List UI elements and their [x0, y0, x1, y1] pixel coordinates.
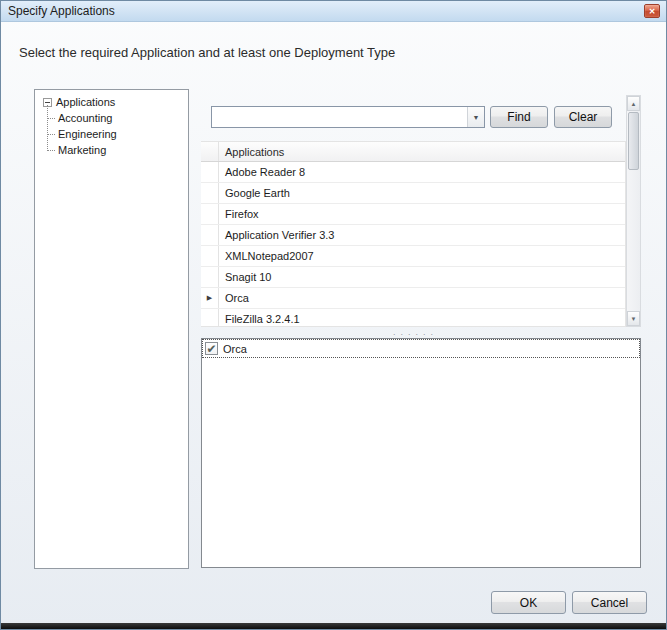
close-icon: ✕ [649, 7, 656, 16]
window-title: Specify Applications [8, 1, 115, 22]
specify-applications-dialog: Specify Applications ✕ Select the requir… [0, 0, 667, 630]
tree-root-applications[interactable]: Applications [35, 90, 188, 108]
row-indicator [201, 183, 219, 203]
application-name-cell: XMLNotepad2007 [219, 250, 314, 262]
row-indicator-header [201, 142, 219, 161]
row-indicator [201, 225, 219, 245]
tree-item-label: Marketing [58, 144, 106, 156]
grid-row[interactable]: Application Verifier 3.3 [201, 225, 625, 246]
instruction-text: Select the required Application and at l… [19, 45, 395, 60]
grid-row[interactable]: Adobe Reader 8 [201, 162, 625, 183]
titlebar[interactable]: Specify Applications ✕ [1, 1, 666, 22]
applications-tree-panel: Applications AccountingEngineeringMarket… [34, 89, 189, 569]
tree-item-label: Accounting [58, 112, 112, 124]
row-indicator [201, 246, 219, 266]
applications-grid: Applications Adobe Reader 8 Google Earth… [201, 141, 626, 327]
grid-rows: Adobe Reader 8 Google Earth Firefox Appl… [201, 162, 625, 327]
tree-item-engineering[interactable]: Engineering [47, 126, 188, 142]
application-name-cell: Adobe Reader 8 [219, 166, 305, 178]
selected-applications-list[interactable]: ✔ Orca [201, 338, 641, 568]
tree-item-label: Engineering [58, 128, 117, 140]
application-name-cell: Orca [219, 292, 249, 304]
selected-application-item[interactable]: ✔ Orca [203, 340, 639, 357]
grid-row[interactable]: Firefox [201, 204, 625, 225]
vertical-scrollbar[interactable]: ▲ ▼ [626, 95, 641, 327]
tree-children: AccountingEngineeringMarketing [47, 108, 188, 158]
close-button[interactable]: ✕ [644, 4, 660, 18]
row-indicator [201, 204, 219, 224]
cancel-button[interactable]: Cancel [572, 591, 647, 614]
row-indicator [201, 309, 219, 327]
application-name-cell: Application Verifier 3.3 [219, 229, 334, 241]
grid-row[interactable]: XMLNotepad2007 [201, 246, 625, 267]
ok-button[interactable]: OK [491, 591, 566, 614]
grid-row[interactable]: FileZilla 3.2.4.1 [201, 309, 625, 327]
application-name-cell: Firefox [219, 208, 259, 220]
scroll-up-icon[interactable]: ▲ [627, 96, 640, 111]
applications-right-panel: ▼ Find Clear Applications Adobe Reader 8… [201, 89, 641, 569]
application-name-cell: Snagit 10 [219, 271, 271, 283]
checkbox-icon[interactable]: ✔ [205, 342, 218, 355]
scrollbar-track[interactable] [627, 111, 640, 311]
scroll-down-icon[interactable]: ▼ [627, 311, 640, 326]
tree-item-accounting[interactable]: Accounting [47, 110, 188, 126]
row-indicator [201, 162, 219, 182]
dropdown-arrow-icon[interactable]: ▼ [467, 107, 484, 127]
grid-row[interactable]: Snagit 10 [201, 267, 625, 288]
grid-row[interactable]: ▶ Orca [201, 288, 625, 309]
application-name-cell: Google Earth [219, 187, 290, 199]
row-indicator [201, 267, 219, 287]
splitter-handle[interactable] [201, 329, 626, 338]
application-name-cell: FileZilla 3.2.4.1 [219, 313, 300, 325]
window-bottom-frame [1, 623, 666, 629]
grid-header-applications: Applications [219, 146, 284, 158]
grid-row[interactable]: Google Earth [201, 183, 625, 204]
tree-root-label: Applications [56, 96, 115, 108]
tree-item-marketing[interactable]: Marketing [47, 142, 188, 158]
grid-header-row[interactable]: Applications [201, 142, 625, 162]
current-row-arrow-icon: ▶ [201, 288, 219, 308]
selection-items: ✔ Orca [202, 340, 640, 357]
search-input[interactable] [212, 107, 467, 127]
clear-button[interactable]: Clear [554, 106, 612, 128]
find-button[interactable]: Find [490, 106, 548, 128]
search-combobox[interactable]: ▼ [211, 106, 485, 128]
selected-application-label: Orca [223, 343, 247, 355]
scrollbar-thumb[interactable] [628, 112, 639, 170]
